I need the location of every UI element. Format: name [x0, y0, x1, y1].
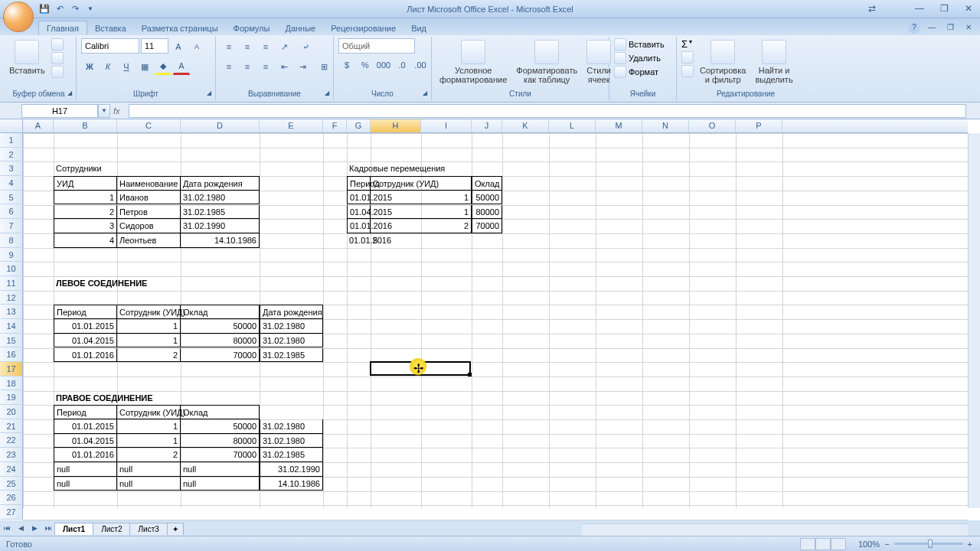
page-break-view-icon[interactable] [831, 538, 846, 550]
align-left-icon[interactable]: ≡ [220, 58, 237, 75]
align-middle-icon[interactable]: ≡ [239, 38, 256, 55]
cell[interactable]: 01.04.2015 [54, 434, 117, 448]
border-icon[interactable]: ▦ [136, 58, 153, 75]
alignment-launcher-icon[interactable]: ◢ [322, 90, 332, 99]
cell[interactable]: Кадровые перемещения [347, 161, 472, 176]
cell[interactable]: 31.02.1980 [260, 419, 323, 434]
zoom-level[interactable]: 100% [858, 540, 880, 549]
cell[interactable]: Петров [117, 205, 181, 220]
row-header-8[interactable]: 8 [0, 233, 23, 248]
col-header-H[interactable]: H [371, 119, 421, 132]
cell[interactable]: 80000 [181, 334, 260, 348]
col-header-M[interactable]: M [596, 119, 642, 132]
cell[interactable]: 01.04.2015 [347, 205, 371, 220]
sheet-nav-next-icon[interactable]: ▶ [28, 522, 41, 536]
row-header-21[interactable]: 21 [0, 419, 23, 434]
cell[interactable]: 50000 [472, 191, 502, 205]
cell[interactable]: null [54, 477, 117, 491]
cell[interactable]: 31.02.1990 [260, 462, 323, 477]
cell[interactable]: 2 [371, 219, 472, 233]
cell[interactable]: Сотрудник (УИД) [371, 176, 472, 191]
format-painter-icon[interactable] [51, 66, 64, 78]
cells-area[interactable]: СотрудникиУИДНаименованиеДата рождения1И… [23, 133, 968, 508]
col-header-K[interactable]: K [502, 119, 549, 132]
cell[interactable]: Период [347, 176, 371, 191]
row-header-4[interactable]: 4 [0, 176, 23, 191]
underline-icon[interactable]: Ч [118, 58, 135, 75]
fill-color-icon[interactable]: ◆ [155, 58, 172, 75]
tab-page-layout[interactable]: Разметка страницы [134, 21, 226, 35]
close-icon[interactable]: ✕ [962, 3, 975, 14]
col-header-B[interactable]: B [54, 119, 117, 132]
delete-cells-button[interactable]: Удалить [614, 52, 661, 64]
name-box[interactable]: H17 [21, 104, 98, 118]
col-header-J[interactable]: J [472, 119, 502, 132]
col-header-L[interactable]: L [549, 119, 596, 132]
row-header-3[interactable]: 3 [0, 161, 23, 176]
col-header-O[interactable]: O [689, 119, 736, 132]
tab-insert[interactable]: Вставка [87, 21, 134, 35]
cell[interactable]: 31.02.1980 [181, 191, 260, 205]
orientation-icon[interactable]: ↗ [276, 38, 292, 55]
align-right-icon[interactable]: ≡ [257, 58, 274, 75]
row-header-20[interactable]: 20 [0, 405, 23, 419]
row-header-5[interactable]: 5 [0, 191, 23, 205]
sheet-tab-3[interactable]: Лист3 [129, 523, 167, 535]
copy-icon[interactable] [51, 52, 64, 64]
cell[interactable]: null [117, 462, 181, 477]
col-header-C[interactable]: C [117, 119, 181, 132]
sheet-tab-1[interactable]: Лист1 [54, 523, 93, 535]
cell[interactable]: Период [54, 405, 117, 419]
row-header-6[interactable]: 6 [0, 204, 23, 219]
cell[interactable]: 01.01.2015 [347, 191, 371, 205]
font-color-icon[interactable]: A [173, 58, 190, 75]
cell[interactable]: null [181, 462, 260, 477]
dec-decimal-icon[interactable]: .00 [412, 57, 429, 73]
cell[interactable]: 5 [371, 233, 421, 248]
fill-icon[interactable] [681, 51, 694, 64]
horizontal-scrollbar[interactable] [582, 523, 968, 536]
col-header-F[interactable]: F [323, 119, 347, 132]
cell[interactable]: Сотрудники [54, 161, 117, 176]
cell[interactable]: 2 [117, 448, 181, 462]
align-center-icon[interactable]: ≡ [239, 58, 256, 75]
cell[interactable]: Дата рождения [260, 305, 323, 319]
align-top-icon[interactable]: ≡ [220, 38, 237, 55]
cell[interactable]: Сидоров [117, 219, 181, 233]
cell[interactable]: Дата рождения [181, 176, 260, 191]
ribbon-min-icon[interactable]: ⇄ [865, 3, 879, 14]
find-select-button[interactable]: Найти и выделить [752, 38, 795, 86]
insert-cells-button[interactable]: Вставить [614, 38, 665, 51]
cell[interactable]: 2 [54, 205, 117, 220]
cell[interactable]: 1 [371, 205, 472, 220]
vertical-scrollbar[interactable] [968, 133, 980, 508]
cell[interactable]: 01.01.2015 [54, 319, 117, 334]
cell[interactable]: Сотрудник (УИД) [117, 405, 181, 419]
fx-icon[interactable]: fx [113, 106, 126, 116]
cell[interactable]: Леонтьев [117, 233, 181, 248]
tab-data[interactable]: Данные [277, 21, 323, 35]
row-header-9[interactable]: 9 [0, 248, 23, 262]
sort-filter-button[interactable]: Сортировка и фильтр [697, 38, 749, 86]
sheet-nav-first-icon[interactable]: ⏮ [0, 522, 14, 536]
row-header-25[interactable]: 25 [0, 477, 23, 491]
italic-icon[interactable]: К [100, 58, 116, 75]
cell[interactable]: 31.02.1985 [260, 448, 323, 462]
cell[interactable]: 70000 [181, 448, 260, 462]
row-header-23[interactable]: 23 [0, 448, 23, 462]
col-header-A[interactable]: A [23, 119, 54, 132]
format-cells-button[interactable]: Формат [614, 66, 658, 78]
cut-icon[interactable] [51, 38, 64, 51]
redo-icon[interactable]: ↷ [69, 3, 81, 15]
cell[interactable]: УИД [54, 176, 117, 191]
row-header-17[interactable]: 17 [0, 362, 23, 377]
office-button[interactable] [3, 2, 34, 32]
col-header-E[interactable]: E [260, 119, 323, 132]
new-sheet-icon[interactable]: ✦ [167, 523, 184, 535]
row-header-14[interactable]: 14 [0, 319, 23, 334]
font-launcher-icon[interactable]: ◢ [204, 90, 214, 99]
cell[interactable]: null [181, 477, 260, 491]
zoom-slider[interactable] [894, 543, 963, 545]
cell[interactable]: 31.02.1990 [181, 219, 260, 233]
cell[interactable]: 14.10.1986 [260, 477, 323, 491]
